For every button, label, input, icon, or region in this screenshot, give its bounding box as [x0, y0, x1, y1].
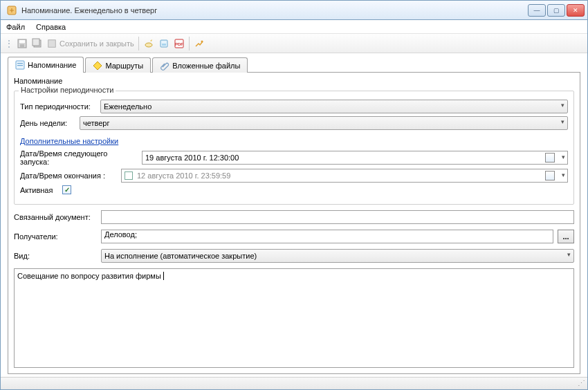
toolbar-grip: ⋮ [5, 39, 12, 48]
weekday-value: четверг [83, 119, 110, 127]
statusbar: ⋰ [1, 377, 587, 389]
advanced-settings-link[interactable]: Дополнительные настройки [20, 137, 118, 145]
end-label: Дата/Время окончания : [20, 171, 117, 180]
reminder-tab-icon [15, 60, 25, 70]
recipients-label: Получатели: [14, 232, 97, 241]
tab-attachments[interactable]: Вложенные файлы [152, 57, 248, 73]
tab-reminder[interactable]: Напоминание [8, 57, 84, 73]
periodicity-type-combo[interactable]: Еженедельно [100, 100, 568, 113]
reminder-header: Напоминание [14, 77, 574, 85]
linked-doc-label: Связанный документ: [14, 213, 97, 221]
minimize-button[interactable]: — [528, 4, 546, 17]
titlebar: Напоминание. Еженедельно в четверг — ▢ ✕ [1, 1, 587, 20]
weekday-combo[interactable]: четверг [80, 116, 568, 130]
save-close-button[interactable]: Сохранить и закрыть [47, 39, 134, 48]
text-caret [161, 272, 164, 280]
toolbar-separator [138, 37, 139, 50]
resize-grip[interactable]: ⋰ [578, 380, 585, 387]
save-all-icon[interactable] [32, 38, 43, 49]
periodicity-group: Настройки периодичности Тип периодичност… [14, 91, 574, 205]
svg-rect-9 [162, 44, 166, 46]
svg-rect-5 [33, 39, 39, 46]
periodicity-type-value: Еженедельно [104, 102, 151, 111]
svg-rect-3 [20, 44, 24, 47]
end-enable-checkbox[interactable] [125, 171, 133, 180]
type-label: Тип периодичности: [20, 102, 96, 111]
recipients-input[interactable]: Деловод; [101, 230, 553, 243]
end-date-value: 12 августа 2010 г. 23:59:59 [137, 171, 230, 180]
maximize-button[interactable]: ▢ [547, 4, 565, 17]
periodicity-legend: Настройки периодичности [19, 86, 116, 94]
tab-reminder-label: Напоминание [28, 61, 76, 69]
menu-help[interactable]: Справка [36, 23, 66, 31]
tab-routes[interactable]: Маршруты [85, 57, 151, 73]
calendar-icon[interactable] [545, 171, 555, 180]
attachments-tab-icon [160, 61, 169, 71]
linked-doc-input[interactable] [101, 210, 574, 224]
routes-tab-icon [93, 61, 102, 71]
active-label: Активная [20, 186, 58, 194]
tab-attachments-label: Вложенные файлы [172, 62, 240, 70]
menu-file[interactable]: Файл [6, 23, 25, 31]
svg-rect-2 [19, 40, 25, 43]
toolbar-action3-icon[interactable] [194, 38, 205, 49]
content-area: Напоминание Маршруты Вложенные файлы Нап… [1, 53, 587, 377]
svg-rect-6 [48, 39, 56, 47]
reminder-panel: Напоминание Настройки периодичности Тип … [8, 73, 580, 374]
main-window: Напоминание. Еженедельно в четверг — ▢ ✕… [0, 0, 588, 390]
svg-rect-14 [17, 63, 23, 64]
kind-combo[interactable]: На исполнение (автоматическое закрытие) [101, 249, 574, 263]
active-checkbox[interactable]: ✓ [62, 185, 71, 194]
kind-label: Вид: [14, 252, 97, 260]
kind-value: На исполнение (автоматическое закрытие) [104, 252, 257, 260]
tab-strip: Напоминание Маршруты Вложенные файлы [8, 56, 580, 73]
save-close-label: Сохранить и закрыть [59, 39, 134, 48]
pdf-icon[interactable]: PDF [174, 38, 185, 49]
svg-text:PDF: PDF [175, 42, 183, 46]
toolbar-separator [189, 37, 190, 50]
save-icon[interactable] [17, 38, 28, 49]
memo-text: Совещание по вопросу развития фирмы [17, 272, 161, 280]
recipients-value: Деловод; [104, 230, 137, 239]
menubar: Файл Справка [1, 20, 587, 34]
toolbar-action1-icon[interactable] [143, 38, 154, 49]
toolbar-action2-icon[interactable] [158, 38, 169, 49]
recipients-browse-button[interactable]: ... [558, 230, 574, 243]
tab-routes-label: Маршруты [105, 62, 143, 70]
app-icon [6, 5, 17, 16]
svg-point-12 [201, 40, 203, 42]
toolbar: ⋮ Сохранить и закрыть PDF [1, 34, 587, 53]
window-title: Напоминание. Еженедельно в четверг [20, 6, 528, 15]
svg-point-7 [145, 43, 152, 47]
close-button[interactable]: ✕ [567, 4, 585, 17]
next-run-label: Дата/Время следующего запуска: [20, 149, 138, 166]
end-date-picker[interactable]: 12 августа 2010 г. 23:59:59 [121, 169, 568, 183]
next-run-picker[interactable]: 19 августа 2010 г. 12:30:00 [142, 151, 568, 165]
day-label: День недели: [20, 119, 75, 127]
svg-marker-16 [93, 62, 102, 70]
window-buttons: — ▢ ✕ [528, 4, 585, 17]
next-run-value: 19 августа 2010 г. 12:30:00 [145, 154, 239, 162]
calendar-icon[interactable] [545, 153, 555, 162]
memo-textarea[interactable]: Совещание по вопросу развития фирмы [14, 268, 574, 368]
svg-rect-15 [17, 65, 23, 66]
